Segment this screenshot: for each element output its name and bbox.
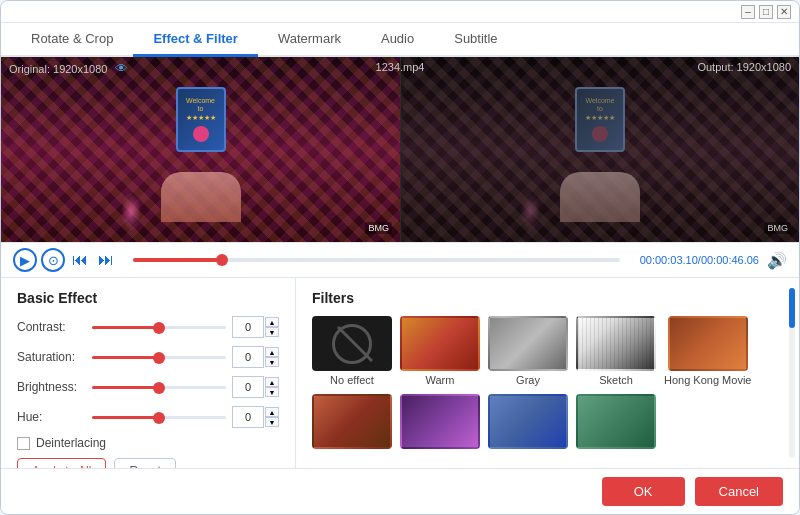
basic-effect-title: Basic Effect [17, 290, 279, 306]
tab-bar: Rotate & Crop Effect & Filter Watermark … [1, 23, 799, 57]
saturation-up[interactable]: ▲ [265, 347, 279, 357]
watermark-left: BMG [365, 222, 392, 234]
next-frame-button[interactable]: ⏭ [95, 249, 117, 271]
watermark-right: BMG [764, 222, 791, 234]
filters-scrollbar-thumb[interactable] [789, 288, 795, 328]
seek-bar[interactable] [133, 258, 620, 262]
filter-label-sketch: Sketch [599, 374, 633, 386]
main-content: Basic Effect Contrast: 0 ▲ ▼ Saturation: [1, 278, 799, 468]
pink-glow-right [520, 192, 540, 232]
contrast-value: 0 [232, 316, 264, 338]
video-output: Welcometo★★★★★ BMG [400, 57, 799, 242]
filter-sketch[interactable]: Sketch [576, 316, 656, 386]
saturation-label: Saturation: [17, 350, 92, 364]
filter-warm[interactable]: Warm [400, 316, 480, 386]
hands-right [560, 172, 640, 222]
video-original: Welcometo★★★★★ BMG [1, 57, 400, 242]
hue-up[interactable]: ▲ [265, 407, 279, 417]
deinterlacing-row: Deinterlacing [17, 436, 279, 450]
time-display: 00:00:03.10/00:00:46.06 [640, 254, 759, 266]
hue-row: Hue: 0 ▲ ▼ [17, 406, 279, 428]
brightness-slider[interactable] [92, 377, 226, 397]
tab-subtitle[interactable]: Subtitle [434, 23, 517, 57]
video-preview: Original: 1920x1080 👁 1234.mp4 Output: 1… [1, 57, 799, 242]
brightness-row: Brightness: 0 ▲ ▼ [17, 376, 279, 398]
contrast-row: Contrast: 0 ▲ ▼ [17, 316, 279, 338]
video-filename: 1234.mp4 [376, 61, 425, 73]
filter-label-hk-movie: Hong Kong Movie [664, 374, 751, 386]
tablet-prop-left: Welcometo★★★★★ [176, 87, 226, 152]
cancel-button[interactable]: Cancel [695, 477, 783, 506]
tab-rotate-crop[interactable]: Rotate & Crop [11, 23, 133, 57]
volume-icon[interactable]: 🔊 [767, 251, 787, 270]
filter-thumb-row2-4 [576, 394, 656, 449]
hue-value: 0 [232, 406, 264, 428]
brightness-down[interactable]: ▼ [265, 387, 279, 397]
saturation-slider[interactable] [92, 347, 226, 367]
filter-row2-1[interactable] [312, 394, 392, 452]
ok-button[interactable]: OK [602, 477, 685, 506]
filters-title: Filters [312, 290, 783, 306]
hands-left [161, 172, 241, 222]
contrast-up[interactable]: ▲ [265, 317, 279, 327]
saturation-row: Saturation: 0 ▲ ▼ [17, 346, 279, 368]
filter-thumb-no-effect [312, 316, 392, 371]
prev-frame-button[interactable]: ⏮ [69, 249, 91, 271]
stop-button[interactable]: ⊙ [41, 248, 65, 272]
filter-row2-4[interactable] [576, 394, 656, 452]
title-bar: – □ ✕ [1, 1, 799, 23]
play-button[interactable]: ▶ [13, 248, 37, 272]
output-label: Output: 1920x1080 [697, 61, 791, 73]
seek-fill [133, 258, 221, 262]
brightness-label: Brightness: [17, 380, 92, 394]
contrast-down[interactable]: ▼ [265, 327, 279, 337]
contrast-slider[interactable] [92, 317, 226, 337]
original-label: Original: 1920x1080 👁 [9, 61, 128, 76]
filter-no-effect[interactable]: No effect [312, 316, 392, 386]
skip-back-icon: ⏮ [72, 251, 88, 269]
filter-label-gray: Gray [516, 374, 540, 386]
hue-down[interactable]: ▼ [265, 417, 279, 427]
filter-label-warm: Warm [426, 374, 455, 386]
skip-forward-icon: ⏭ [98, 251, 114, 269]
filter-row2-3[interactable] [488, 394, 568, 452]
eye-icon[interactable]: 👁 [115, 61, 128, 76]
hue-label: Hue: [17, 410, 92, 424]
deinterlacing-label: Deinterlacing [36, 436, 106, 450]
filter-thumb-gray [488, 316, 568, 371]
filters-scrollbar-track [789, 288, 795, 458]
minimize-button[interactable]: – [741, 5, 755, 19]
filters-panel: Filters No effect Warm Gray [296, 278, 799, 468]
filter-thumb-row2-3 [488, 394, 568, 449]
tab-audio[interactable]: Audio [361, 23, 434, 57]
action-buttons: Apply to All Reset [17, 458, 279, 468]
filter-thumb-row2-1 [312, 394, 392, 449]
saturation-down[interactable]: ▼ [265, 357, 279, 367]
contrast-label: Contrast: [17, 320, 92, 334]
maximize-button[interactable]: □ [759, 5, 773, 19]
brightness-up[interactable]: ▲ [265, 377, 279, 387]
filter-gray[interactable]: Gray [488, 316, 568, 386]
tab-effect-filter[interactable]: Effect & Filter [133, 23, 258, 57]
reset-button[interactable]: Reset [114, 458, 175, 468]
filter-thumb-sketch [576, 316, 656, 371]
tab-watermark[interactable]: Watermark [258, 23, 361, 57]
filter-row2-2[interactable] [400, 394, 480, 452]
close-button[interactable]: ✕ [777, 5, 791, 19]
filter-hk-movie[interactable]: Hong Kong Movie [664, 316, 751, 386]
apply-to-all-button[interactable]: Apply to All [17, 458, 106, 468]
filter-thumb-hk-movie [668, 316, 748, 371]
pink-glow-left [121, 192, 141, 232]
hue-slider[interactable] [92, 407, 226, 427]
deinterlacing-checkbox[interactable] [17, 437, 30, 450]
saturation-value: 0 [232, 346, 264, 368]
no-effect-icon [332, 324, 372, 364]
brightness-value: 0 [232, 376, 264, 398]
filter-label-no-effect: No effect [330, 374, 374, 386]
filter-thumb-row2-2 [400, 394, 480, 449]
footer-bar: OK Cancel [1, 468, 799, 514]
seek-thumb [216, 254, 228, 266]
playback-controls: ▶ ⊙ ⏮ ⏭ 00:00:03.10/00:00:46.06 🔊 [1, 242, 799, 278]
filter-thumb-warm [400, 316, 480, 371]
basic-effect-panel: Basic Effect Contrast: 0 ▲ ▼ Saturation: [1, 278, 296, 468]
